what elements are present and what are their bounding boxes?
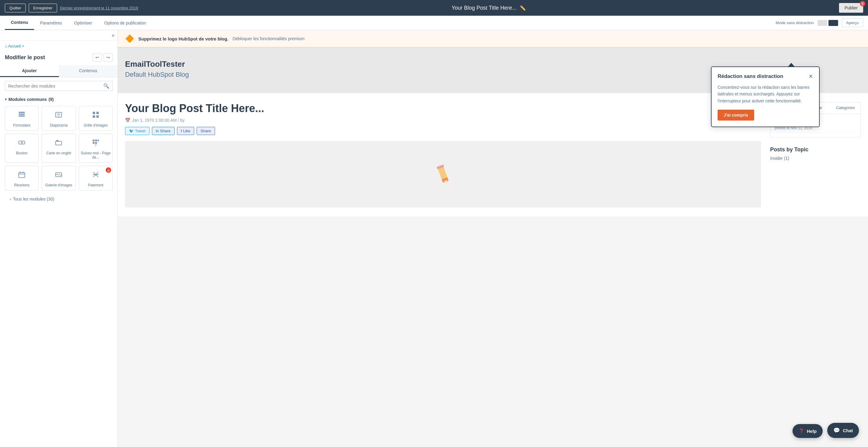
module-label: Suivez-moi - Page de... [81,151,111,159]
twitter-icon: 🐦 [129,129,134,133]
modules-count: (9) [49,97,54,102]
enregistrer-button[interactable]: Enregistrer [29,4,57,12]
svg-rect-4 [57,113,60,116]
publier-button[interactable]: Publier 5 [839,3,863,13]
search-input-wrap: 🔍 [5,81,113,91]
calendar-icon: 📅 [125,118,130,123]
redo-button[interactable]: ↪ [103,53,113,62]
module-bouton[interactable]: Bouton [5,134,39,163]
help-button[interactable]: ❓ Help [793,424,823,438]
top-bar-right: Publier 5 [839,3,863,13]
chat-icon: 💬 [833,427,840,434]
collapse-button[interactable]: « [112,33,115,38]
distraction-tooltip-popup: Rédaction sans distraction ✕ Concentrez-… [711,66,820,127]
module-paiement[interactable]: 🔒 Paiement [79,166,113,191]
grille-images-icon [92,110,100,121]
sidebar-tabs: Ajouter Contenus [0,65,118,77]
top-bar-left: Quitter Enregistrer Dernier enregistreme… [5,4,138,12]
tab-parametres[interactable]: Paramètres [34,16,68,30]
svg-rect-0 [19,112,25,113]
module-galerie-images[interactable]: Galerie d'images [42,166,75,191]
search-icon[interactable]: 🔍 [103,83,109,89]
module-label: Paiement [88,183,103,187]
formulaire-icon [18,110,26,121]
tweet-button[interactable]: 🐦 Tweet [125,127,150,135]
promo-banner: 🔶 Supprimez le logo HubSpot de votre blo… [118,30,868,47]
blog-title: Your Blog Post Title Here... [452,5,517,11]
promo-text: Supprimez le logo HubSpot de votre blog. [138,36,228,41]
module-grille-images[interactable]: Grille d'images [79,106,113,131]
distraction-toggle[interactable] [817,20,838,26]
chat-button[interactable]: 💬 Chat [827,423,859,438]
widget-tab-categories[interactable]: Categories [831,102,861,114]
galerie-images-icon [54,170,63,181]
modules-header-label: Modules communs [8,97,47,102]
paiement-icon [92,170,100,181]
svg-rect-6 [93,112,95,114]
chevron-down-icon: ▾ [5,97,7,101]
svg-text:#: # [95,143,97,147]
bouton-icon [18,138,26,149]
all-modules-link[interactable]: › Tous les modules (30) [5,192,113,206]
widget-topic-item: Insider (1) [770,155,861,162]
tooltip-arrow [788,63,795,67]
tab-optimiser[interactable]: Optimiser [68,16,98,30]
tab-options-publication[interactable]: Options de publication [98,16,152,30]
main-layout: « ⌂ Accueil > Modifier le post ↩ ↪ Ajout… [0,30,868,447]
sidebar-title: Modifier le post ↩ ↪ [0,51,118,65]
undo-redo-group: ↩ ↪ [93,53,113,62]
post-meta: 📅 Jan 1, 1970 1:00:00 AM / by [125,118,761,123]
edit-icon[interactable]: ✏️ [520,5,526,11]
sidebar: « ⌂ Accueil > Modifier le post ↩ ↪ Ajout… [0,30,118,447]
svg-rect-14 [98,139,99,141]
toggle-on-btn[interactable] [829,20,838,26]
modules-header[interactable]: ▾ Modules communs (9) [5,95,113,104]
sidebar-tab-ajouter[interactable]: Ajouter [0,65,59,77]
tooltip-close-button[interactable]: ✕ [808,73,813,80]
nav-tab-right: Mode sans distraction Aperçu [776,19,863,27]
tooltip-body: Concentrez-vous sur la rédaction sans le… [718,84,813,104]
svg-rect-9 [96,116,99,118]
apercu-button[interactable]: Aperçu [842,19,863,27]
module-label: Grille d'images [84,123,107,127]
top-bar-center: Your Blog Post Title Here... ✏️ [142,5,835,11]
module-label: Formulaire [13,123,30,127]
post-image-placeholder [125,141,761,207]
linkedin-share-button[interactable]: in Share [152,127,175,135]
module-diaporama[interactable]: Diaporama [42,106,75,131]
jai-compris-button[interactable]: J'ai compris [718,109,754,121]
content-area: 🔶 Supprimez le logo HubSpot de votre blo… [118,30,868,447]
diaporama-icon [54,110,63,121]
publier-badge: 5 [860,1,865,6]
post-title: Your Blog Post Title Here... [125,102,761,115]
svg-rect-11 [56,141,62,145]
search-box: 🔍 [0,77,118,95]
module-label: Galerie d'images [45,183,72,187]
promo-link[interactable]: Débloquer les fonctionnalités premium [232,36,304,41]
modules-grid: Formulaire Diaporama Grille d'images [5,104,113,192]
svg-rect-12 [93,139,95,141]
module-reunions[interactable]: Réunions [5,166,39,191]
facebook-like-button[interactable]: f Like [177,127,194,135]
svg-rect-7 [96,112,99,114]
top-bar: Quitter Enregistrer Dernier enregistreme… [0,0,868,16]
facebook-share-button[interactable]: Share [196,127,215,135]
reunions-icon [18,170,26,181]
carte-onglet-icon [54,138,63,149]
module-formulaire[interactable]: Formulaire [5,106,39,131]
toggle-off-btn[interactable] [817,20,827,26]
svg-rect-13 [95,139,97,141]
help-icon: ❓ [799,428,804,434]
module-suivez-moi[interactable]: # Suivez-moi - Page de... [79,134,113,163]
undo-button[interactable]: ↩ [93,53,102,62]
module-label: Diaporama [50,123,68,127]
tab-contenu[interactable]: Contenu [5,16,34,30]
last-save-link[interactable]: Dernier enregistrement le 11 novembre 20… [60,6,138,10]
blog-main: Your Blog Post Title Here... 📅 Jan 1, 19… [125,102,761,207]
module-carte-onglet[interactable]: Carte en onglet [42,134,75,163]
suivez-moi-icon: # [92,138,100,149]
breadcrumb[interactable]: ⌂ Accueil > [0,41,118,51]
search-input[interactable] [8,84,103,89]
quitter-button[interactable]: Quitter [5,4,26,12]
sidebar-tab-contenus[interactable]: Contenus [59,65,118,77]
